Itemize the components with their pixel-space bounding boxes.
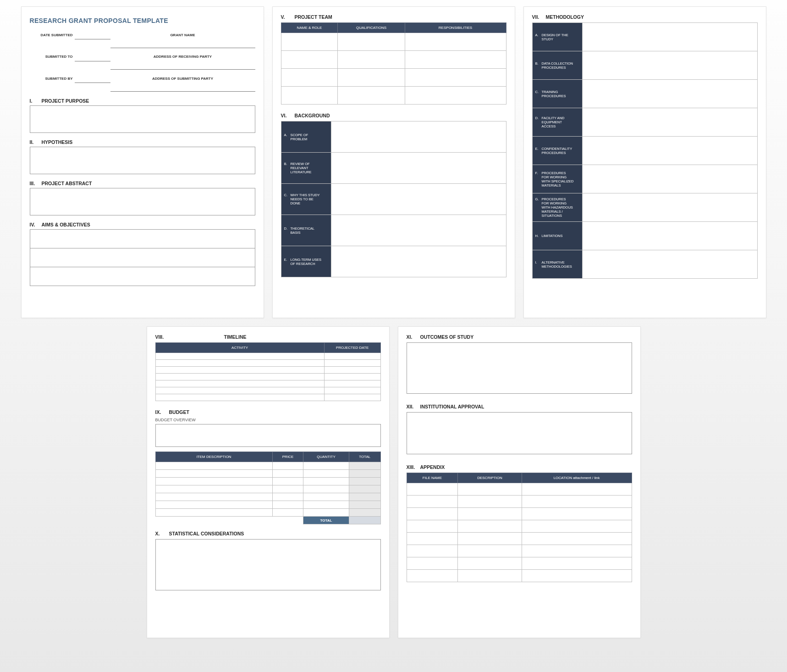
- section-outcomes: XI.OUTCOMES OF STUDY: [407, 334, 632, 340]
- methodology-label: E.CONFIDENTIALITY PROCEDURES: [532, 137, 582, 165]
- table-row[interactable]: [407, 520, 632, 533]
- section-aims-objectives: IV.AIMS & OBJECTIVES: [30, 222, 255, 227]
- table-row[interactable]: [155, 493, 380, 501]
- table-row[interactable]: [407, 557, 632, 570]
- th-responsibilities: RESPONSIBILITIES: [405, 23, 506, 33]
- th-file-name: FILE NAME: [407, 473, 458, 483]
- background-cell[interactable]: [331, 153, 506, 184]
- table-row[interactable]: [281, 69, 506, 87]
- table-row[interactable]: [281, 51, 506, 69]
- methodology-cell[interactable]: [582, 193, 757, 222]
- table-row[interactable]: [155, 374, 380, 380]
- table-row[interactable]: [407, 533, 632, 545]
- box-project-purpose[interactable]: [30, 105, 255, 133]
- background-cell[interactable]: [331, 246, 506, 277]
- methodology-row: A.DESIGN OF THE STUDY: [532, 23, 757, 51]
- page-2: V.PROJECT TEAM NAME & ROLE QUALIFICATION…: [272, 6, 515, 318]
- background-label: D.THEORETICAL BASIS: [281, 215, 331, 246]
- page-1: RESEARCH GRANT PROPOSAL TEMPLATE DATE SU…: [21, 6, 264, 318]
- background-row: D.THEORETICAL BASIS: [281, 215, 506, 246]
- table-row[interactable]: [155, 509, 380, 517]
- background-row: B.REVIEW OF RELEVANT LITERATURE: [281, 153, 506, 184]
- field-address-receiving[interactable]: [110, 61, 255, 70]
- box-budget-overview[interactable]: [155, 424, 381, 447]
- label-address-receiving: ADDRESS OF RECEIVING PARTY: [110, 53, 255, 61]
- background-cell[interactable]: [331, 121, 506, 153]
- methodology-cell[interactable]: [582, 23, 757, 51]
- field-submitted-by[interactable]: [75, 74, 110, 83]
- page-5: XI.OUTCOMES OF STUDY XII.INSTITUTIONAL A…: [398, 326, 641, 638]
- table-row[interactable]: [155, 380, 380, 387]
- th-price: PRICE: [272, 452, 303, 462]
- section-statistical-considerations: X.STATISTICAL CONSIDERATIONS: [155, 531, 381, 536]
- section-project-abstract: III.PROJECT ABSTRACT: [30, 181, 255, 186]
- methodology-cell[interactable]: [582, 51, 757, 80]
- methodology-cell[interactable]: [582, 80, 757, 108]
- table-row[interactable]: [155, 485, 380, 493]
- methodology-cell[interactable]: [582, 222, 757, 250]
- methodology-label: C.TRAINING PROCEDURES: [532, 80, 582, 108]
- methodology-cell[interactable]: [582, 108, 757, 137]
- box-aims-objectives[interactable]: [30, 229, 255, 286]
- background-label: B.REVIEW OF RELEVANT LITERATURE: [281, 153, 331, 184]
- table-row[interactable]: [281, 33, 506, 51]
- table-row[interactable]: [407, 545, 632, 557]
- table-row[interactable]: [407, 496, 632, 508]
- methodology-cell[interactable]: [582, 250, 757, 279]
- table-budget: ITEM DESCRIPTION PRICE QUANTITY TOTAL TO…: [155, 452, 381, 524]
- box-outcomes[interactable]: [407, 342, 632, 394]
- table-row[interactable]: [155, 367, 380, 374]
- methodology-cell[interactable]: [582, 137, 757, 165]
- methodology-row: B.DATA COLLECTION PROCEDURES: [532, 51, 757, 80]
- box-hypothesis[interactable]: [30, 147, 255, 174]
- methodology-label: F.PROCEDURES FOR WORKING WITH SPECIALIZE…: [532, 165, 582, 193]
- methodology-label: G.PROCEDURES FOR WORKING WITH HAZARDOUS …: [532, 193, 582, 222]
- background-cell[interactable]: [331, 215, 506, 246]
- table-project-team: NAME & ROLE QUALIFICATIONS RESPONSIBILIT…: [281, 22, 506, 105]
- section-methodology: VII.METHODOLOGY: [532, 14, 758, 20]
- section-institutional-approval: XII.INSTITUTIONAL APPROVAL: [407, 404, 632, 409]
- methodology-row: F.PROCEDURES FOR WORKING WITH SPECIALIZE…: [532, 165, 757, 193]
- box-statistical-considerations[interactable]: [155, 539, 381, 590]
- table-row[interactable]: [155, 353, 380, 360]
- label-address-submitting: ADDRESS OF SUBMITTING PARTY: [110, 74, 255, 83]
- th-item-description: ITEM DESCRIPTION: [155, 452, 272, 462]
- methodology-label: A.DESIGN OF THE STUDY: [532, 23, 582, 51]
- section-timeline: VIII.TIMELINE: [155, 334, 381, 340]
- methodology-row: C.TRAINING PROCEDURES: [532, 80, 757, 108]
- budget-overview-label: BUDGET OVERVIEW: [155, 418, 381, 422]
- box-institutional-approval[interactable]: [407, 412, 632, 454]
- table-row[interactable]: [155, 470, 380, 478]
- table-row[interactable]: [155, 478, 380, 485]
- section-project-team: V.PROJECT TEAM: [281, 14, 506, 20]
- field-submitted-to[interactable]: [75, 53, 110, 61]
- methodology-label: I.ALTERNATIVE METHODOLOGIES: [532, 250, 582, 279]
- section-background: VI.BACKGROUND: [281, 113, 506, 118]
- table-row[interactable]: [155, 394, 380, 401]
- field-address-submitting[interactable]: [110, 83, 255, 92]
- methodology-row: H.LIMITATIONS: [532, 222, 757, 250]
- table-row[interactable]: [155, 387, 380, 394]
- section-project-purpose: I.PROJECT PURPOSE: [30, 98, 255, 104]
- field-grant-name[interactable]: [110, 39, 255, 48]
- table-methodology: A.DESIGN OF THE STUDYB.DATA COLLECTION P…: [532, 22, 758, 279]
- table-row[interactable]: [155, 501, 380, 509]
- background-label: E.LONG-TERM USES OF RESEARCH: [281, 246, 331, 277]
- field-date-submitted[interactable]: [75, 31, 110, 39]
- table-row[interactable]: [407, 570, 632, 582]
- background-cell[interactable]: [331, 184, 506, 215]
- table-row[interactable]: [407, 483, 632, 496]
- table-row[interactable]: [155, 360, 380, 367]
- label-grant-name: GRANT NAME: [110, 31, 255, 39]
- methodology-label: B.DATA COLLECTION PROCEDURES: [532, 51, 582, 80]
- background-label: A.SCOPE OF PROBLEM: [281, 121, 331, 153]
- th-projected-date: PROJECTED DATE: [324, 343, 380, 353]
- table-background: A.SCOPE OF PROBLEMB.REVIEW OF RELEVANT L…: [281, 121, 506, 277]
- methodology-label: H.LIMITATIONS: [532, 222, 582, 250]
- methodology-cell[interactable]: [582, 165, 757, 193]
- table-row[interactable]: [281, 87, 506, 105]
- table-row[interactable]: [155, 462, 380, 470]
- label-date-submitted: DATE SUBMITTED: [30, 31, 75, 39]
- table-row[interactable]: [407, 508, 632, 520]
- box-project-abstract[interactable]: [30, 188, 255, 215]
